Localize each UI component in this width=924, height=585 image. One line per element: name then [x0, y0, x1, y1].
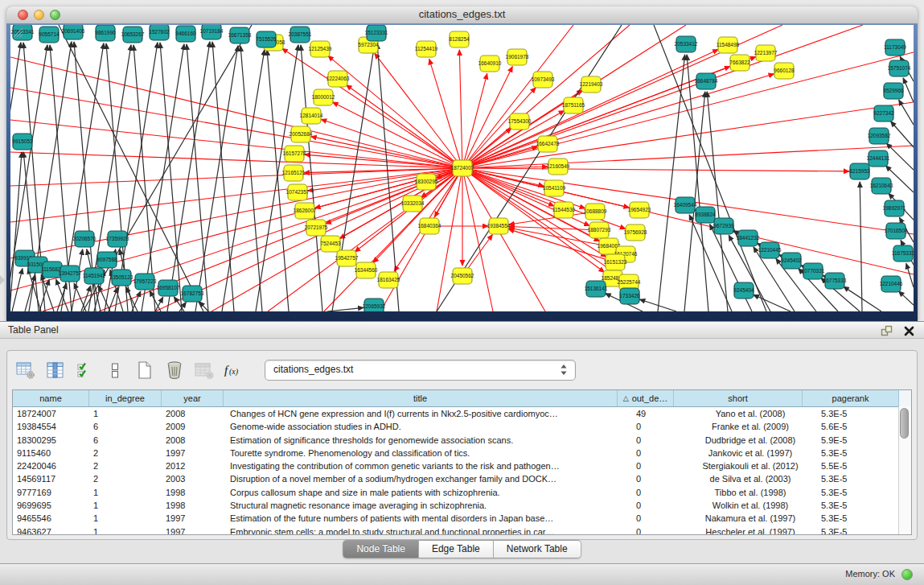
table-panel-header[interactable]: Table Panel [0, 321, 924, 339]
tab-network-table[interactable]: Network Table [494, 540, 581, 558]
graph-node[interactable]: 8128254 [449, 31, 470, 47]
graph-node[interactable]: 10688809 [584, 204, 607, 220]
graph-node[interactable]: 12213977 [754, 45, 778, 61]
graph-node[interactable]: 13505123 [110, 270, 133, 286]
table-row[interactable]: 1830029562008Estimation of significance … [13, 434, 911, 447]
scrollbar-thumb[interactable] [900, 408, 909, 439]
graph-node[interactable]: 20206576 [73, 231, 97, 247]
graph-node[interactable]: 9672939 [713, 218, 734, 234]
graph-edge[interactable] [754, 295, 791, 311]
graph-node[interactable]: 15123331 [365, 25, 388, 41]
graph-node[interactable]: 15751074 [888, 60, 911, 76]
graph-node[interactable]: 16157278 [283, 146, 306, 162]
graph-node[interactable]: 16210643 [870, 178, 893, 194]
graph-node[interactable]: 17957223 [133, 274, 157, 290]
column-header-year[interactable]: year [162, 390, 224, 406]
network-graph[interactable]: 1872400722620058121254395972304112544198… [10, 25, 914, 311]
graph-edge[interactable] [10, 168, 462, 186]
graph-node[interactable]: 9861990 [95, 25, 116, 41]
splitter-handle-icon[interactable] [0, 275, 5, 285]
graph-edge[interactable] [59, 25, 203, 311]
graph-node[interactable]: 20691406 [62, 25, 85, 39]
table-row[interactable]: 1872400712008Changes of HCN gene express… [13, 407, 911, 420]
graph-node[interactable]: 18724007 [451, 160, 474, 176]
memory-ok-indicator[interactable] [901, 569, 913, 580]
graph-node[interactable]: 9245402 [781, 253, 802, 269]
graph-node[interactable]: 17359928 [106, 231, 129, 247]
column-header-title[interactable]: title [224, 390, 618, 406]
graph-node[interactable]: 19654923 [628, 202, 651, 218]
graph-node[interactable]: 19542757 [335, 250, 359, 266]
graph-edge[interactable] [133, 45, 155, 311]
graph-edge[interactable] [903, 78, 914, 102]
graph-node[interactable]: 9245404 [733, 282, 754, 299]
graph-edge[interactable] [377, 43, 399, 311]
graph-node[interactable]: 18807293 [588, 222, 611, 238]
graph-edge[interactable] [462, 49, 718, 168]
graph-node[interactable]: 7663822 [729, 55, 750, 71]
graph-node[interactable]: 20533412 [675, 36, 698, 52]
close-window-button[interactable] [18, 10, 28, 20]
graph-node[interactable]: 10973493 [532, 72, 555, 88]
graph-edge[interactable] [437, 168, 462, 311]
graph-node[interactable]: 12093582 [868, 128, 891, 144]
graph-node[interactable]: 19892971 [883, 200, 906, 216]
graph-node[interactable]: 11254419 [415, 41, 438, 57]
graph-edge[interactable] [429, 59, 462, 168]
graph-node[interactable]: 17554300 [508, 113, 532, 130]
show-columns-icon[interactable] [45, 360, 66, 381]
graph-node[interactable]: 12219403 [580, 76, 603, 93]
graph-node[interactable]: 11548498 [717, 37, 740, 53]
graph-node[interactable]: 18000012 [312, 89, 335, 105]
graph-node[interactable]: 1527602 [149, 25, 170, 40]
table-row[interactable]: 911546021997Tourette syndrome. Phenomeno… [13, 447, 911, 459]
column-header-pagerank[interactable]: pagerank [803, 390, 899, 406]
network-canvas[interactable]: 1872400722620058121254395972304112544198… [10, 25, 914, 311]
graph-node[interactable]: 17016504 [885, 223, 908, 239]
graph-node[interactable]: 16409544 [674, 197, 697, 213]
new-column-icon[interactable] [134, 360, 155, 381]
graph-node[interactable]: 19756928 [624, 225, 647, 241]
graph-node[interactable]: 12210446 [880, 276, 903, 292]
graph-edge[interactable] [109, 287, 117, 311]
column-header-in_degree[interactable]: in_degree [89, 390, 162, 406]
column-header-short[interactable]: short [674, 390, 803, 406]
table-row[interactable]: 946362711997Embryonic stem cells: a mode… [13, 525, 911, 535]
graph-edge[interactable] [899, 291, 914, 305]
graph-edge[interactable] [222, 50, 265, 311]
graph-edge[interactable] [375, 53, 462, 168]
graph-node[interactable]: 8215953 [849, 163, 870, 179]
graph-node[interactable]: 10332034 [401, 196, 425, 212]
graph-node[interactable]: 16782753 [181, 286, 204, 302]
graph-node[interactable]: 19384554 [487, 218, 511, 234]
graph-edge[interactable] [142, 44, 184, 311]
graph-node[interactable]: 12165121 [282, 165, 306, 181]
graph-node[interactable]: 9529966 [883, 83, 904, 99]
graph-node[interactable]: 12814014 [300, 108, 323, 124]
graph-node[interactable]: 16671358 [228, 27, 252, 43]
window-titlebar[interactable]: citations_edges.txt [6, 6, 918, 24]
graph-edge[interactable] [10, 152, 462, 168]
table-row[interactable]: 946554611997Estimation of the future num… [13, 512, 911, 525]
graph-edge[interactable] [10, 57, 462, 168]
graph-node[interactable]: 16640910 [478, 56, 502, 72]
graph-node[interactable]: 11675333 [892, 245, 914, 262]
table-row[interactable]: 977716911998Corpus callosum shape and si… [13, 486, 911, 499]
graph-node[interactable]: 10541109 [543, 180, 566, 196]
graph-edge[interactable] [459, 50, 462, 168]
graph-node[interactable]: 20450562 [451, 268, 474, 284]
graph-node[interactable]: 18751165 [562, 97, 585, 113]
graph-edge[interactable] [10, 43, 21, 311]
graph-edge[interactable] [891, 122, 914, 147]
graph-node[interactable]: 9055714 [39, 27, 60, 43]
graph-node[interactable]: 12065932 [363, 299, 386, 311]
graph-node[interactable]: 9660128 [774, 63, 795, 79]
select-all-icon[interactable] [75, 360, 96, 381]
graph-edge[interactable] [167, 42, 210, 311]
graph-node[interactable]: 10653267 [121, 27, 145, 43]
graph-node[interactable]: 7515526 [256, 31, 277, 47]
graph-node[interactable]: 16958107 [157, 280, 180, 296]
graph-node[interactable]: 16642478 [536, 136, 560, 152]
graph-node[interactable]: 12125439 [309, 41, 332, 57]
graph-edge[interactable] [906, 263, 914, 287]
